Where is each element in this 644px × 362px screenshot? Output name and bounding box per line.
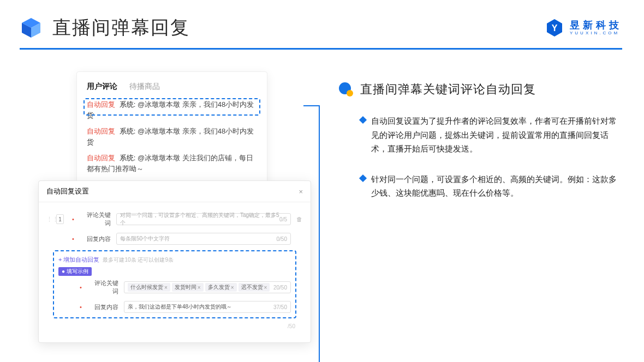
section-title: 直播间弹幕关键词评论自动回复	[360, 81, 536, 98]
system-label: 系统:	[120, 127, 136, 135]
required-star-icon: •	[69, 216, 77, 222]
chat-bubble-icon	[338, 82, 354, 97]
brand-block: Y 昱新科技 YUUXIN.COM	[545, 18, 622, 38]
keyword-chip[interactable]: 多久发货×	[205, 283, 237, 292]
brand-text: 昱新科技 YUUXIN.COM	[570, 20, 622, 35]
page-header: 直播间弹幕回复 Y 昱新科技 YUUXIN.COM	[0, 0, 644, 40]
chip-remove-icon[interactable]: ×	[198, 285, 201, 291]
ex-content-value: 亲，我们这边都是下单48小时内发货的哦～	[128, 303, 232, 311]
trailing-count-row: /50	[46, 321, 303, 330]
required-star-icon: •	[77, 284, 85, 291]
keyword-chip[interactable]: 什么时候发货×	[128, 283, 170, 292]
ex-keyword-label: 评论关键词	[90, 279, 118, 295]
settings-header: 自动回复设置 ×	[39, 181, 311, 202]
chip-container: 什么时候发货×发货时间×多久发货×迟不发货×	[128, 283, 271, 292]
settings-row-content: • 回复内容 每条限50个中文字符 0/50	[46, 233, 303, 245]
highlight-box-example: + 增加自动回复 最多可建10条 还可以创建9条 ● 填写示例 • 评论关键词 …	[53, 250, 296, 318]
brand-logo-icon: Y	[545, 18, 564, 38]
chip-remove-icon[interactable]: ×	[231, 285, 234, 291]
required-star-icon: •	[69, 236, 77, 242]
diamond-bullet-icon	[359, 116, 367, 124]
example-row-keyword: • 评论关键词 什么时候发货×发货时间×多久发货×迟不发货× 20/50	[58, 279, 291, 295]
close-icon[interactable]: ×	[299, 188, 303, 196]
comment-item: 自动回复 系统: @冰墩墩本墩 亲亲，我们48小时内发货	[87, 126, 257, 147]
left-column: 用户评论 待播商品 自动回复 系统: @冰墩墩本墩 亲亲，我们48小时内发货 自…	[38, 71, 311, 216]
svg-point-5	[347, 90, 353, 96]
auto-reply-settings-panel: 自动回复设置 × ⋮⋮ 1 • 评论关键词 对同一个问题，可设置多个相近、高频的…	[38, 180, 311, 343]
drag-handle-icon[interactable]: ⋮⋮	[46, 216, 51, 223]
content-count: 0/50	[277, 236, 287, 242]
brand-name-en: YUUXIN.COM	[570, 31, 622, 35]
brand-name-cn: 昱新科技	[570, 20, 622, 30]
bullet-text: 自动回复设置为了提升作者的评论回复效率，作者可在开播前针对常见的评论用户问题，提…	[371, 114, 617, 156]
tab-user-comments[interactable]: 用户评论	[87, 82, 117, 92]
ex-keyword-input[interactable]: 什么时候发货×发货时间×多久发货×迟不发货× 20/50	[124, 281, 291, 293]
section-heading: 直播间弹幕关键词评论自动回复	[338, 81, 622, 98]
required-star-icon: •	[77, 304, 85, 310]
system-label: 系统:	[120, 154, 136, 162]
connector-line	[303, 105, 320, 106]
content-label: 回复内容	[82, 235, 111, 243]
ex-content-count: 37/50	[273, 304, 287, 310]
ex-content-input[interactable]: 亲，我们这边都是下单48小时内发货的哦～ 37/50	[124, 301, 291, 313]
header-left: 直播间弹幕回复	[20, 15, 190, 40]
drag-handle-spacer	[46, 236, 51, 242]
ex-content-label: 回复内容	[90, 303, 118, 311]
add-hint-text: 最多可建10条 还可以创建9条	[103, 256, 173, 264]
highlight-box-comment	[84, 98, 260, 116]
example-row-content: • 回复内容 亲，我们这边都是下单48小时内发货的哦～ 37/50	[58, 301, 291, 313]
bullet-item: 自动回复设置为了提升作者的评论回复效率，作者可在开播前针对常见的评论用户问题，提…	[338, 114, 622, 156]
keyword-chip[interactable]: 发货时间×	[172, 283, 204, 292]
keyword-label: 评论关键词	[82, 211, 111, 227]
bullet-text: 针对同一个问题，可设置多个相近的、高频的关键词。例如：这款多少钱、这块能优惠吗、…	[371, 172, 617, 200]
tab-pending-products[interactable]: 待播商品	[129, 82, 160, 92]
svg-text:Y: Y	[552, 23, 558, 33]
chip-remove-icon[interactable]: ×	[164, 285, 168, 291]
comment-item: 自动回复 系统: @冰墩墩本墩 关注我们的店铺，每日都有热门推荐呦～	[87, 153, 257, 174]
keyword-input[interactable]: 对同一个问题，可设置多个相近、高频的关键词，Tag确定，最多5个 0/5	[116, 213, 291, 225]
keyword-chip[interactable]: 迟不发货×	[238, 283, 270, 292]
chip-remove-icon[interactable]: ×	[264, 285, 267, 291]
page-title: 直播间弹幕回复	[52, 15, 190, 40]
ex-keyword-count: 20/50	[273, 285, 287, 291]
diamond-bullet-icon	[359, 174, 367, 182]
auto-reply-tag: 自动回复	[87, 127, 115, 135]
right-column: 直播间弹幕关键词评论自动回复 自动回复设置为了提升作者的评论回复效率，作者可在开…	[338, 71, 622, 216]
settings-row-keyword: ⋮⋮ 1 • 评论关键词 对同一个问题，可设置多个相近、高频的关键词，Tag确定…	[46, 211, 303, 227]
content-placeholder: 每条限50个中文字符	[120, 235, 170, 243]
cube-icon	[20, 16, 43, 39]
bullet-item: 针对同一个问题，可设置多个相近的、高频的关键词。例如：这款多少钱、这块能优惠吗、…	[338, 172, 622, 200]
example-badge: ● 填写示例	[58, 267, 92, 276]
add-auto-reply-link[interactable]: + 增加自动回复	[58, 256, 99, 264]
delete-icon[interactable]: 🗑	[296, 216, 303, 222]
comments-tabs: 用户评论 待播商品	[87, 82, 257, 92]
trailing-count: /50	[285, 323, 295, 329]
auto-reply-tag: 自动回复	[87, 154, 115, 162]
content-input[interactable]: 每条限50个中文字符 0/50	[116, 233, 291, 245]
connector-line	[319, 105, 320, 362]
keyword-placeholder: 对同一个问题，可设置多个相近、高频的关键词，Tag确定，最多5个	[120, 212, 279, 227]
row-number: 1	[56, 214, 64, 224]
settings-title: 自动回复设置	[46, 186, 89, 196]
keyword-count: 0/5	[279, 216, 287, 222]
